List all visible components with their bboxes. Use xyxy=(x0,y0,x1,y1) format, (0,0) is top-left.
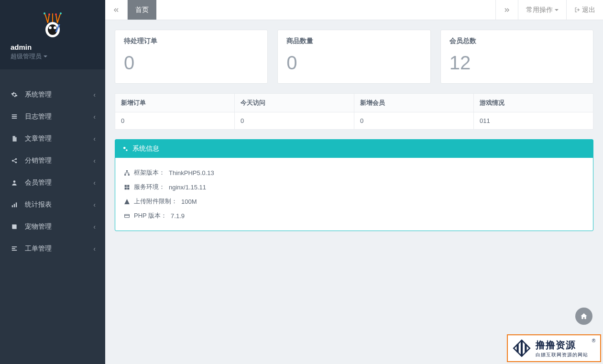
svg-rect-10 xyxy=(12,116,17,117)
topbar: 首页 常用操作 退出 xyxy=(105,0,603,20)
table-row: 0 0 0 011 xyxy=(115,112,593,130)
svg-rect-11 xyxy=(12,118,17,119)
sitemap-icon xyxy=(124,170,130,176)
card-icon xyxy=(124,213,130,219)
chevron-left-icon: ‹ xyxy=(93,91,96,99)
table-header-row: 新增订单 今天访问 新增会员 游戏情况 xyxy=(115,94,593,112)
svg-rect-18 xyxy=(16,202,17,207)
svg-rect-29 xyxy=(125,188,127,189)
sidebar-menu: 系统管理 ‹ 日志管理 ‹ 文章管理 ‹ 分销管理 ‹ 会员管理 ‹ xyxy=(0,84,105,260)
stat-value: 0 xyxy=(286,52,421,74)
svg-rect-17 xyxy=(14,204,15,207)
th-today-visits: 今天访问 xyxy=(235,94,354,112)
sidebar-item-pets[interactable]: 宠物管理 ‹ xyxy=(0,216,105,238)
stat-value: 0 xyxy=(124,52,259,74)
user-block[interactable]: admin 超级管理员 xyxy=(0,43,105,61)
sysinfo-panel: 系统信息 框架版本：ThinkPHP5.0.13 服务环境：nginx/1.15… xyxy=(115,139,593,231)
svg-rect-24 xyxy=(126,170,128,172)
menu-label: 统计报表 xyxy=(25,200,52,209)
svg-point-6 xyxy=(48,13,50,15)
watermark-reg: ® xyxy=(592,338,595,343)
svg-rect-26 xyxy=(128,174,130,176)
bars-icon xyxy=(11,201,18,208)
summary-table: 新增订单 今天访问 新增会员 游戏情况 0 0 0 011 xyxy=(115,93,593,130)
td: 0 xyxy=(115,112,235,130)
svg-rect-25 xyxy=(124,174,126,176)
caret-down-icon xyxy=(44,55,47,57)
menu-label: 日志管理 xyxy=(25,112,52,121)
chevron-left-icon: ‹ xyxy=(93,135,96,143)
menu-label: 文章管理 xyxy=(25,134,52,143)
user-role: 超级管理员 xyxy=(11,52,95,61)
svg-rect-21 xyxy=(12,250,17,251)
tab-home[interactable]: 首页 xyxy=(128,0,156,20)
th-new-members: 新增会员 xyxy=(354,94,474,112)
user-icon xyxy=(11,179,18,186)
double-chevron-left-icon xyxy=(113,7,120,13)
svg-point-2 xyxy=(49,26,52,29)
svg-point-23 xyxy=(126,149,128,151)
watermark-logo-icon xyxy=(512,338,532,358)
logout-button[interactable]: 退出 xyxy=(566,0,603,20)
sidebar-item-tickets[interactable]: 工单管理 ‹ xyxy=(0,238,105,260)
svg-rect-27 xyxy=(125,185,127,187)
chevron-left-icon: ‹ xyxy=(93,223,96,231)
app-logo xyxy=(41,10,65,38)
panel-header: 系统信息 xyxy=(115,140,593,158)
stat-pending-orders: 待处理订单 0 xyxy=(115,30,268,84)
svg-rect-28 xyxy=(127,185,129,187)
gear-icon xyxy=(11,91,18,98)
svg-rect-20 xyxy=(12,248,15,249)
svg-point-22 xyxy=(123,147,126,149)
info-upload-limit: 上传附件限制：100M xyxy=(124,194,584,209)
svg-rect-31 xyxy=(125,214,130,218)
share-icon xyxy=(11,157,18,164)
sidebar-item-stats[interactable]: 统计报表 ‹ xyxy=(0,194,105,216)
home-icon xyxy=(580,312,588,320)
sidebar-item-members[interactable]: 会员管理 ‹ xyxy=(0,172,105,194)
info-php: PHP 版本：7.1.9 xyxy=(124,209,584,223)
svg-point-1 xyxy=(48,24,57,35)
th-new-orders: 新增订单 xyxy=(115,94,235,112)
stat-label: 待处理订单 xyxy=(124,37,259,45)
tabs-scroll-left[interactable] xyxy=(105,0,128,20)
sidebar-item-articles[interactable]: 文章管理 ‹ xyxy=(0,128,105,150)
th-game-status: 游戏情况 xyxy=(474,94,593,112)
svg-rect-30 xyxy=(127,188,129,189)
home-float-button[interactable] xyxy=(575,308,592,325)
chevron-left-icon: ‹ xyxy=(93,201,96,209)
username: admin xyxy=(11,43,95,51)
sidebar-item-distribution[interactable]: 分销管理 ‹ xyxy=(0,150,105,172)
chevron-left-icon: ‹ xyxy=(93,179,96,187)
list-icon xyxy=(11,113,18,120)
menu-label: 分销管理 xyxy=(25,156,52,165)
stat-product-count: 商品数量 0 xyxy=(277,30,430,84)
main: 首页 常用操作 退出 待处理订单 0 xyxy=(105,0,603,364)
panel-title: 系统信息 xyxy=(132,144,159,153)
common-ops-dropdown[interactable]: 常用操作 xyxy=(518,0,566,20)
td: 0 xyxy=(354,112,474,130)
tabs-scroll-right[interactable] xyxy=(495,0,518,20)
sidebar-item-system[interactable]: 系统管理 ‹ xyxy=(0,84,105,106)
svg-rect-9 xyxy=(12,114,17,115)
menu-label: 会员管理 xyxy=(25,178,52,187)
svg-point-5 xyxy=(60,12,62,14)
watermark: 撸撸资源 白嫖互联网资源的网站 ® xyxy=(507,334,601,362)
book-icon xyxy=(11,223,18,230)
menu-label: 宠物管理 xyxy=(25,222,52,231)
svg-point-7 xyxy=(55,13,57,15)
svg-point-3 xyxy=(54,26,56,29)
sidebar-item-logs[interactable]: 日志管理 ‹ xyxy=(0,106,105,128)
menu-label: 系统管理 xyxy=(25,90,52,99)
warning-icon xyxy=(124,199,130,205)
content: 待处理订单 0 商品数量 0 会员总数 12 新增订单 今天访问 新 xyxy=(105,20,603,364)
gears-icon xyxy=(122,145,129,152)
chevron-left-icon: ‹ xyxy=(93,113,96,121)
info-framework: 框架版本：ThinkPHP5.0.13 xyxy=(124,165,584,180)
svg-point-15 xyxy=(13,180,16,183)
watermark-title: 撸撸资源 xyxy=(536,339,588,352)
stats-row: 待处理订单 0 商品数量 0 会员总数 12 xyxy=(115,30,593,84)
panel-body: 框架版本：ThinkPHP5.0.13 服务环境：nginx/1.15.11 上… xyxy=(115,158,593,231)
td: 0 xyxy=(235,112,354,130)
watermark-subtitle: 白嫖互联网资源的网站 xyxy=(536,352,588,358)
